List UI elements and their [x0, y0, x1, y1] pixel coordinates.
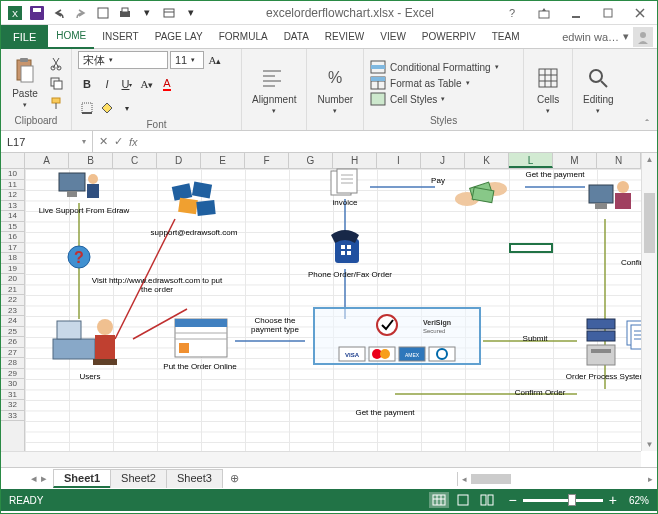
- tab-team[interactable]: Team: [484, 25, 528, 49]
- col-header[interactable]: K: [465, 153, 509, 168]
- tab-pagelay[interactable]: PAGE LAY: [147, 25, 211, 49]
- decrease-font-icon[interactable]: A▾: [138, 75, 156, 93]
- row-header[interactable]: 32: [1, 400, 24, 411]
- editing-button[interactable]: Editing▾: [579, 62, 618, 117]
- sheet-tab[interactable]: Sheet2: [110, 469, 167, 488]
- page-layout-view-icon[interactable]: [453, 492, 473, 508]
- tab-powerpiv[interactable]: POWERPIV: [414, 25, 484, 49]
- border-icon[interactable]: [78, 99, 96, 117]
- avatar-icon[interactable]: [633, 27, 653, 47]
- ribbon-options-icon[interactable]: [531, 3, 557, 23]
- col-header[interactable]: G: [289, 153, 333, 168]
- save-icon[interactable]: [27, 3, 47, 23]
- qat-btn[interactable]: [159, 3, 179, 23]
- qat-btn[interactable]: [93, 3, 113, 23]
- row-header[interactable]: 18: [1, 253, 24, 264]
- shape-question[interactable]: ?: [67, 245, 91, 269]
- column-headers[interactable]: ABCDEFGHIJKLMN: [25, 153, 641, 169]
- row-header[interactable]: 26: [1, 337, 24, 348]
- paste-button[interactable]: Paste▾: [7, 56, 43, 111]
- worksheet-grid[interactable]: ABCDEFGHIJKLMN 1011121314151617181920212…: [1, 153, 657, 467]
- row-header[interactable]: 16: [1, 232, 24, 243]
- zoom-in-button[interactable]: +: [609, 492, 617, 508]
- conditional-formatting-button[interactable]: Conditional Formatting▾: [370, 60, 499, 74]
- shape-browser[interactable]: [173, 317, 229, 359]
- shape-phone[interactable]: [325, 229, 365, 269]
- tab-review[interactable]: REVIEW: [317, 25, 372, 49]
- row-header[interactable]: 30: [1, 379, 24, 390]
- number-button[interactable]: % Number▾: [313, 62, 357, 117]
- col-header[interactable]: I: [377, 153, 421, 168]
- row-header[interactable]: 21: [1, 285, 24, 296]
- font-name-select[interactable]: 宋体▾: [78, 51, 168, 69]
- shape-invoice[interactable]: [327, 169, 361, 197]
- row-header[interactable]: 12: [1, 190, 24, 201]
- vertical-scrollbar[interactable]: ▲▼: [641, 153, 657, 451]
- col-header[interactable]: H: [333, 153, 377, 168]
- shape-puzzle[interactable]: [165, 181, 221, 223]
- sheet-nav[interactable]: ◂▸: [25, 472, 53, 485]
- shape-operator[interactable]: [585, 175, 633, 217]
- row-header[interactable]: 10: [1, 169, 24, 180]
- col-header[interactable]: L: [509, 153, 553, 168]
- hscroll-left-icon[interactable]: ◂: [462, 474, 467, 484]
- cells-button[interactable]: Cells▾: [530, 62, 566, 117]
- select-all-corner[interactable]: [1, 153, 25, 169]
- page-break-view-icon[interactable]: [477, 492, 497, 508]
- row-header[interactable]: 24: [1, 316, 24, 327]
- format-painter-icon[interactable]: [47, 94, 65, 112]
- row-header[interactable]: 23: [1, 306, 24, 317]
- format-as-table-button[interactable]: Format as Table▾: [370, 76, 499, 90]
- cell-styles-button[interactable]: Cell Styles▾: [370, 92, 499, 106]
- cut-icon[interactable]: [47, 54, 65, 72]
- minimize-icon[interactable]: [563, 3, 589, 23]
- user-area[interactable]: edwin wa…▾: [562, 27, 657, 47]
- collapse-ribbon-icon[interactable]: ˆ: [637, 118, 657, 130]
- row-header[interactable]: 15: [1, 222, 24, 233]
- row-header[interactable]: 31: [1, 390, 24, 401]
- fill-color-icon[interactable]: [98, 99, 116, 117]
- print-icon[interactable]: [115, 3, 135, 23]
- row-headers[interactable]: 1011121314151617181920212223242526272829…: [1, 169, 25, 451]
- col-header[interactable]: A: [25, 153, 69, 168]
- row-header[interactable]: 14: [1, 211, 24, 222]
- horizontal-scrollbar[interactable]: [1, 451, 641, 467]
- col-header[interactable]: C: [113, 153, 157, 168]
- maximize-icon[interactable]: [595, 3, 621, 23]
- shape-money-hands[interactable]: [453, 175, 509, 211]
- copy-icon[interactable]: [47, 74, 65, 92]
- col-header[interactable]: D: [157, 153, 201, 168]
- col-header[interactable]: B: [69, 153, 113, 168]
- col-header[interactable]: J: [421, 153, 465, 168]
- alignment-button[interactable]: Alignment▾: [248, 62, 300, 117]
- tab-formula[interactable]: FORMULA: [211, 25, 276, 49]
- file-tab[interactable]: FILE: [1, 25, 48, 49]
- row-header[interactable]: 25: [1, 327, 24, 338]
- undo-icon[interactable]: [49, 3, 69, 23]
- zoom-slider[interactable]: [523, 499, 603, 502]
- hscroll-right-icon[interactable]: ▸: [648, 474, 653, 484]
- italic-icon[interactable]: I: [98, 75, 116, 93]
- font-size-select[interactable]: 11▾: [170, 51, 204, 69]
- tab-data[interactable]: DATA: [276, 25, 317, 49]
- close-icon[interactable]: [627, 3, 653, 23]
- add-sheet-button[interactable]: ⊕: [222, 470, 247, 487]
- qat-dropdown-icon[interactable]: ▾: [181, 3, 201, 23]
- zoom-out-button[interactable]: −: [509, 492, 517, 508]
- help-icon[interactable]: ?: [499, 3, 525, 23]
- shape-user-desk[interactable]: [49, 309, 129, 369]
- formula-bar[interactable]: ✕ ✓ fx: [93, 135, 144, 148]
- more-font-icon[interactable]: ▾: [118, 99, 136, 117]
- normal-view-icon[interactable]: [429, 492, 449, 508]
- zoom-level[interactable]: 62%: [629, 495, 649, 506]
- underline-icon[interactable]: U▾: [118, 75, 136, 93]
- name-box[interactable]: L17▾: [1, 131, 93, 152]
- tab-view[interactable]: VIEW: [372, 25, 414, 49]
- bold-icon[interactable]: B: [78, 75, 96, 93]
- tab-insert[interactable]: INSERT: [94, 25, 147, 49]
- col-header[interactable]: N: [597, 153, 641, 168]
- increase-font-icon[interactable]: A▴: [206, 51, 224, 69]
- col-header[interactable]: M: [553, 153, 597, 168]
- tab-home[interactable]: HOME: [48, 25, 94, 49]
- row-header[interactable]: 28: [1, 358, 24, 369]
